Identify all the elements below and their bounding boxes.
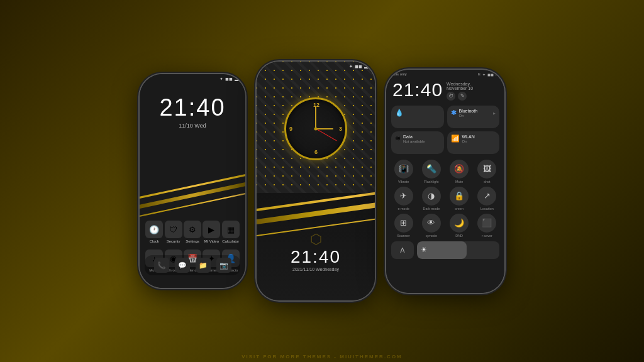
bt-icon: ✦ (482, 72, 486, 77)
dnd-btn[interactable]: 🌙 DND (447, 214, 472, 238)
bluetooth-tile-name: Bluetooth (459, 109, 478, 113)
app-security[interactable]: 🛡 Security (165, 221, 182, 243)
security-icon: 🛡 (165, 221, 182, 238)
mute-label: Mute (455, 180, 463, 184)
phone2-time-display: 21:40 2021/11/10 Wednesday (257, 247, 375, 272)
bluetooth-tile[interactable]: ✱ Bluetooth On ▶ (447, 106, 500, 128)
screenshot-icon: 🖼 (477, 160, 496, 178)
app-calculator[interactable]: ▦ Calculator (222, 221, 240, 243)
qmode-btn[interactable]: 👁 q mode (419, 214, 443, 238)
phone2-status-icons: ✦ ◼◼ ▬ (349, 64, 369, 69)
mute-icon: 🔕 (450, 160, 469, 178)
dock-files[interactable]: 📁 (196, 258, 211, 273)
data-tile-name: Data (403, 134, 425, 139)
phone-3-screen: calls only E ✦ ◼◼ ▬ 21:40 Wednesday, Nov… (386, 70, 504, 293)
app-mivideo[interactable]: ▶ Mi Video (203, 221, 220, 243)
phone2-date: 2021/11/10 Wednesday (257, 267, 375, 272)
phone1-time-display: 21:40 11/10 Wed (140, 84, 245, 129)
bluetooth-icon: ✦ (219, 77, 223, 82)
phone-1-screen: ✦ ◼◼ ▬ 21:40 11/10 Wed (140, 74, 245, 288)
clock-minute-hand (315, 106, 316, 129)
bluetooth-tile-icon: ✱ (451, 109, 457, 117)
data-icon: ≋ (395, 134, 401, 143)
phones-container: ✦ ◼◼ ▬ 21:40 11/10 Wed (0, 0, 644, 362)
phone3-clock: 21:40 (392, 79, 443, 101)
darkmode-label: Dark mode (423, 207, 440, 211)
dock-camera[interactable]: 📷 (216, 258, 231, 273)
rsaver-icon: ⬛ (477, 214, 496, 233)
tiles-row-1: 💧 ✱ Bluetooth On ▶ (391, 106, 499, 128)
phone3-weekday: Wednesday, (447, 82, 473, 86)
app-mivideo-label: Mi Video (204, 239, 219, 243)
fingerprint-icon: ⬡ (310, 231, 322, 248)
quick-buttons-1: 📳 Vibrate 🔦 Flashlight 🔕 Mute 🖼 shot (386, 160, 504, 184)
edit-icon-btn[interactable]: ✎ (458, 92, 467, 101)
vibrate-icon: 📳 (394, 160, 413, 178)
wlan-tile[interactable]: 📶 WLAN On (447, 131, 500, 154)
calculator-icon: ▦ (222, 221, 240, 238)
flashlight-btn[interactable]: 🔦 Flashlight (419, 160, 443, 184)
lock-btn[interactable]: 🔒 creen (447, 187, 472, 211)
scanner-btn[interactable]: ⊞ Scanner (391, 214, 416, 238)
flashlight-label: Flashlight (424, 180, 439, 184)
quick-buttons-3: ⊞ Scanner 👁 q mode 🌙 DND ⬛ r saver (386, 211, 504, 238)
phone1-clock: 21:40 (140, 94, 245, 121)
phone3-status-right: E ✦ ◼◼ ▬ (478, 72, 499, 77)
phone1-date: 11/10 Wed (140, 123, 245, 129)
bluetooth-tile-header: ✱ Bluetooth On ▶ (451, 109, 496, 118)
chevron-right-icon: ▶ (493, 111, 496, 115)
airplane-btn[interactable]: ✈ e mode (391, 187, 416, 211)
location-label: Location (480, 207, 494, 211)
scanner-icon: ⊞ (394, 214, 413, 233)
water-tile[interactable]: 💧 (391, 106, 444, 128)
tiles-row-2: ≋ Data Not available 📶 (391, 131, 499, 154)
phone3-time-row: 21:40 Wednesday, November 10 ⏱ ✎ (386, 78, 504, 103)
water-tile-header: 💧 (395, 109, 440, 117)
mute-btn[interactable]: 🔕 Mute (447, 160, 472, 184)
clock-9: 9 (289, 126, 292, 132)
signal-icon: ◼◼ (225, 77, 233, 82)
status-e: E (478, 72, 480, 76)
location-icon: ↗ (477, 187, 496, 206)
app-settings[interactable]: ⚙ Settings (184, 221, 201, 243)
wlan-tile-name: WLAN (462, 134, 475, 139)
screenshot-label: shot (484, 180, 490, 184)
batt-icon: ▬ (496, 72, 499, 76)
location-btn[interactable]: ↗ Location (475, 187, 499, 211)
dock-messages[interactable]: 💬 (175, 258, 190, 273)
wlan-icon: 📶 (451, 134, 460, 143)
app-clock[interactable]: 🕐 Clock (145, 221, 163, 243)
clock-face: 12 3 6 9 (284, 97, 347, 160)
phone-3: calls only E ✦ ◼◼ ▬ 21:40 Wednesday, Nov… (386, 70, 504, 293)
screenshot-btn[interactable]: 🖼 shot (475, 160, 499, 184)
timer-icon-btn[interactable]: ⏱ (447, 92, 455, 101)
rsaver-btn[interactable]: ⬛ r saver (475, 214, 499, 238)
phone2-clock: 21:40 (257, 247, 375, 267)
battery-icon: ▬ (235, 77, 239, 82)
qmode-label: q mode (426, 234, 437, 238)
brightness-slider[interactable]: ☀ (417, 241, 499, 259)
darkmode-btn[interactable]: ◑ Dark mode (419, 187, 443, 211)
mivideo-icon: ▶ (203, 221, 220, 238)
clock-center (314, 128, 318, 131)
app-security-label: Security (167, 239, 180, 243)
vibrate-label: Vibrate (398, 180, 409, 184)
rsaver-label: r saver (482, 234, 492, 238)
lock-icon: 🔒 (450, 187, 469, 206)
phone3-date: November 10 (447, 86, 473, 90)
water-icon: 💧 (395, 109, 404, 117)
clock-icon: 🕐 (145, 221, 163, 238)
app-row-1: 🕐 Clock 🛡 Security ⚙ Settings ▶ (145, 221, 240, 243)
phone2-statusbar: ✦ ◼◼ ▬ (257, 62, 375, 72)
text-btn[interactable]: A (391, 241, 414, 259)
vibrate-btn[interactable]: 📳 Vibrate (391, 160, 416, 184)
dnd-icon: 🌙 (450, 214, 469, 233)
dock-phone[interactable]: 📞 (154, 258, 169, 273)
clock-3: 3 (339, 126, 342, 132)
darkmode-icon: ◑ (422, 187, 441, 206)
phone1-statusbar: ✦ ◼◼ ▬ (140, 74, 245, 84)
dnd-label: DND (455, 234, 463, 238)
scanner-label: Scanner (397, 234, 410, 238)
data-tile[interactable]: ≋ Data Not available (391, 131, 444, 154)
battery-icon: ▬ (364, 65, 369, 69)
